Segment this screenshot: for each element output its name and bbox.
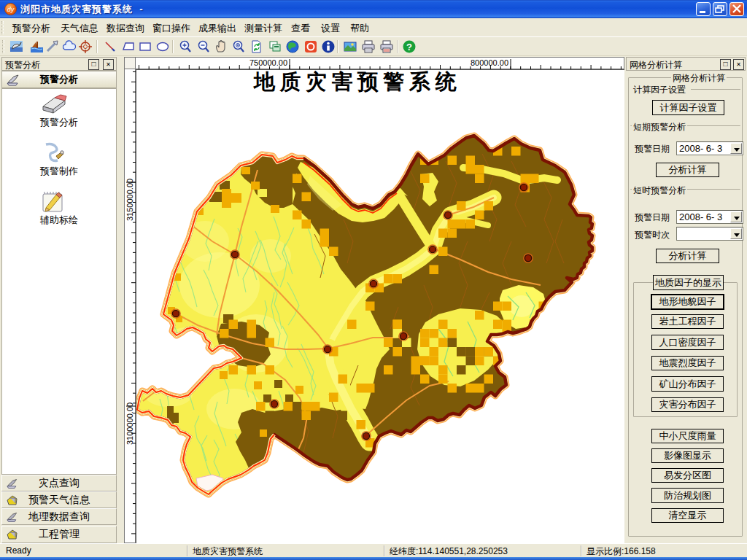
svg-text:地质灾害预警系统: 地质灾害预警系统: [252, 70, 461, 93]
svg-text:3150000.00: 3150000.00: [125, 179, 134, 221]
svg-text:750000.00: 750000.00: [249, 58, 287, 67]
svg-text:?: ?: [406, 42, 412, 52]
svg-text:3100000.00: 3100000.00: [125, 402, 134, 445]
svg-text:800000.00: 800000.00: [471, 58, 508, 67]
